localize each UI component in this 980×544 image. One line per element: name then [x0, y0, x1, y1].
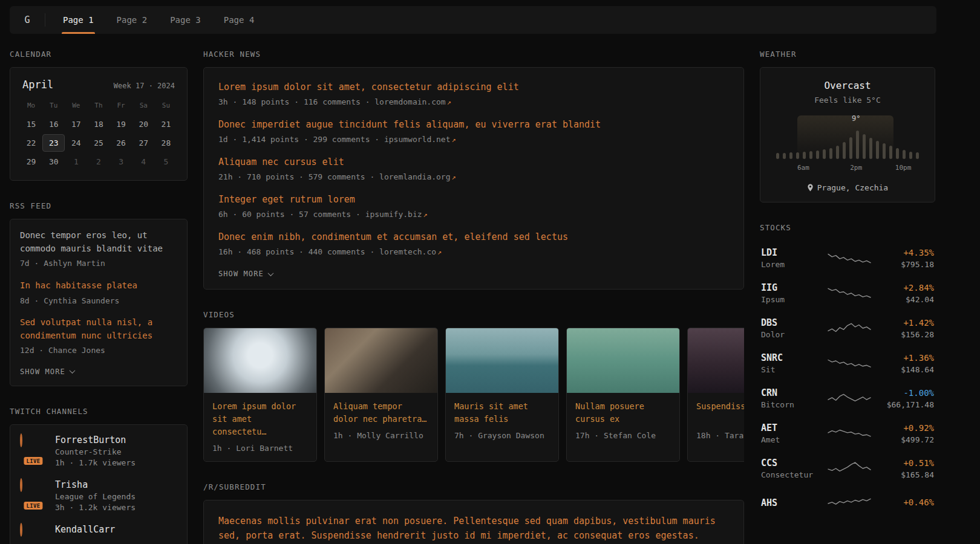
hn-item-title-link[interactable]: Donec imperdiet augue tincidunt felis al…	[218, 119, 601, 130]
hn-item-domain-link[interactable]: loremdomain.com↗	[374, 97, 451, 106]
stock-sparkline	[828, 355, 871, 371]
hn-item-title-link[interactable]: Donec enim nibh, condimentum et accumsan…	[218, 232, 568, 242]
twitch-channel-name: Trisha	[55, 479, 136, 490]
twitch-channel-info: Trisha League of Legends 3h · 1.2k viewe…	[55, 479, 136, 512]
stock-ticker: AHS	[761, 497, 820, 508]
video-title: Lorem ipsum dolor sit amet consectetu…	[212, 400, 308, 438]
rss-item-link[interactable]: Donec tempor eros leo, ut commodo mauris…	[20, 229, 177, 255]
twitch-section-title: TWITCH CHANNELS	[10, 407, 188, 416]
stock-id: LDI Lorem	[761, 247, 820, 269]
stock-change: +1.36%	[878, 353, 934, 363]
tab-page-1[interactable]: Page 1	[51, 6, 105, 34]
hn-item-title-link[interactable]: Aliquam nec cursus elit	[218, 157, 344, 167]
hn-item-title-link[interactable]: Integer eget rutrum lorem	[218, 194, 355, 205]
stock-values: +4.35% $795.18	[878, 248, 934, 269]
hn-item-meta: 3h · 148 points · 116 comments · loremdo…	[218, 97, 729, 106]
hn-item-domain-link[interactable]: ipsumify.biz↗	[365, 210, 428, 219]
hn-item-domain: loremlandia.org	[379, 172, 450, 181]
video-card[interactable]: Suspendisse diam 18h · Tara	[687, 328, 744, 462]
hn-item-domain: ipsumify.biz	[365, 210, 422, 219]
hackernews-show-more-button[interactable]: SHOW MORE	[218, 268, 273, 278]
calendar-grid: Mo Tu We Th Fr Sa Su 15 16 17 18 19 20 2…	[20, 97, 177, 170]
stock-ticker: IIG	[761, 282, 820, 293]
calendar-date: 15	[20, 115, 42, 133]
video-title: Suspendisse diam	[696, 400, 744, 426]
stock-ticker: CCS	[761, 458, 820, 468]
hn-item-domain-link[interactable]: loremlandia.org↗	[379, 172, 456, 181]
twitch-channel-link[interactable]: LIVE ForrestBurton Counter-Strike 1h · 1…	[20, 435, 177, 467]
tab-page-4[interactable]: Page 4	[212, 6, 266, 34]
hn-item: Integer eget rutrum lorem 6h · 60 points…	[218, 193, 729, 219]
stock-name: Consectetur	[761, 470, 820, 479]
center-column: HACKER NEWS Lorem ipsum dolor sit amet, …	[203, 50, 744, 544]
twitch-channel-info: KendallCarr	[55, 524, 115, 544]
stock-id: AHS	[761, 497, 820, 510]
video-card[interactable]: Nullam posuere cursus ex 17h · Stefan Co…	[566, 328, 680, 462]
stock-price: $156.28	[878, 330, 934, 339]
video-body: Mauris sit amet massa felis 7h · Grayson…	[446, 393, 558, 448]
video-card[interactable]: Lorem ipsum dolor sit amet consectetu… 1…	[203, 328, 317, 462]
reddit-post-title-link[interactable]: Maecenas mollis pulvinar erat non posuer…	[218, 514, 729, 543]
stock-values: +0.92% $499.72	[878, 423, 934, 444]
twitch-card: LIVE ForrestBurton Counter-Strike 1h · 1…	[10, 424, 188, 544]
twitch-widget: TWITCH CHANNELS LIVE ForrestBurton Count…	[10, 407, 188, 544]
rss-item-link[interactable]: Sed volutpat nulla nisl, a condimentum n…	[20, 316, 177, 342]
app-logo[interactable]: G	[10, 6, 45, 34]
hn-item-domain-link[interactable]: ipsumworld.net↗	[384, 135, 456, 144]
stock-price: $795.18	[878, 260, 934, 269]
stock-price: $499.72	[878, 435, 934, 444]
hn-item-stats: 6h · 60 points · 57 comments ·	[218, 210, 361, 219]
stock-values: -1.00% $66,171.48	[878, 388, 934, 409]
video-thumbnail	[567, 328, 679, 393]
twitch-channel-meta: 1h · 1.7k viewers	[55, 458, 136, 467]
rss-show-more-button[interactable]: SHOW MORE	[20, 366, 74, 376]
stock-name: Lorem	[761, 260, 820, 269]
twitch-channel-info: ForrestBurton Counter-Strike 1h · 1.7k v…	[55, 435, 136, 467]
stock-sparkline	[828, 250, 871, 266]
stock-id: IIG Ipsum	[761, 282, 820, 304]
hn-item-title-link[interactable]: Lorem ipsum dolor sit amet, consectetur …	[218, 82, 519, 92]
video-thumbnail	[446, 328, 558, 393]
calendar-section-title: CALENDAR	[10, 50, 188, 59]
calendar-date: 5	[155, 153, 177, 170]
stock-name: Ipsum	[761, 295, 820, 304]
twitch-channel-name: ForrestBurton	[55, 435, 136, 445]
chevron-down-icon	[267, 270, 273, 276]
external-link-icon: ↗	[451, 135, 456, 144]
stock-price: $66,171.48	[878, 400, 934, 409]
stock-ticker: CRN	[761, 387, 820, 398]
hn-item-stats: 21h · 710 points · 579 comments ·	[218, 172, 374, 181]
weather-section-title: WEATHER	[760, 50, 935, 59]
video-meta: 18h · Tara	[696, 431, 744, 440]
calendar-day-header: Fr	[110, 97, 132, 114]
twitch-channel-link[interactable]: LIVE Trisha League of Legends 3h · 1.2k …	[20, 479, 177, 512]
hn-item-domain-link[interactable]: loremtech.co↗	[379, 247, 442, 256]
hn-item: Donec enim nibh, condimentum et accumsan…	[218, 231, 729, 256]
rss-item-meta: 7d · Ashlyn Martin	[20, 257, 177, 270]
twitch-avatar-wrap: LIVE	[20, 435, 47, 461]
tab-page-3[interactable]: Page 3	[158, 6, 212, 34]
stock-change: +0.46%	[878, 497, 934, 507]
calendar-date-today: 23	[42, 134, 65, 152]
stock-ticker: SNRC	[761, 352, 820, 363]
hn-item: Aliquam nec cursus elit 21h · 710 points…	[218, 156, 729, 181]
stock-sparkline	[828, 285, 871, 301]
external-link-icon: ↗	[446, 98, 451, 106]
calendar-date: 16	[42, 115, 65, 133]
stock-id: AET Amet	[761, 423, 820, 444]
live-badge: LIVE	[24, 502, 42, 510]
stock-row: IIG Ipsum +2.84% $42.04	[760, 276, 935, 311]
rss-item-link[interactable]: In hac habitasse platea	[20, 279, 177, 293]
weather-hourly-chart: 9° 6am 2pm 10pm	[776, 114, 919, 169]
calendar-date: 22	[20, 134, 42, 152]
video-card[interactable]: Mauris sit amet massa felis 7h · Grayson…	[445, 328, 559, 462]
twitch-channel-game: League of Legends	[55, 492, 136, 501]
calendar-date: 25	[87, 134, 109, 152]
weather-location: Prague, Czechia	[770, 183, 925, 192]
twitch-channel-meta: 3h · 1.2k viewers	[55, 503, 136, 512]
stock-sparkline	[828, 496, 871, 511]
twitch-channel-link[interactable]: KendallCarr	[20, 524, 177, 544]
calendar-date: 26	[110, 134, 132, 152]
video-card[interactable]: Aliquam tempor dolor nec pharetra… 1h · …	[324, 328, 438, 462]
tab-page-2[interactable]: Page 2	[105, 6, 159, 34]
